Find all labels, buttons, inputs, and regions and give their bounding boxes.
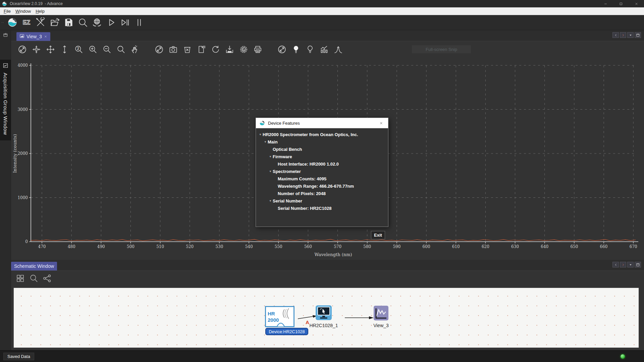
tree-row-label: Firmware [273, 154, 292, 159]
tab-view-3-label: View_3 [26, 34, 42, 39]
tree-row[interactable]: Host Interface: HR2000 1.02.0 [256, 160, 388, 168]
chevron-down-button[interactable] [627, 262, 634, 267]
zoom-in-button[interactable] [87, 44, 98, 55]
play-pause-button[interactable] [119, 16, 131, 29]
acquisition-group-window-tab[interactable]: Acquisition Group Window [0, 60, 11, 140]
acquisition-node-label: HR2C1028_1 [302, 323, 345, 328]
import-data-icon [225, 45, 234, 54]
device-badge[interactable]: Device:HR2C1028 [265, 328, 308, 335]
vertical-scale-button[interactable] [59, 44, 70, 55]
window-maximize-button[interactable] [613, 0, 629, 7]
dock-button[interactable] [2, 32, 9, 38]
chevron-right-button[interactable] [620, 32, 626, 38]
device-features-tree: ▼HR2000 Spectrometer from Ocean Optics, … [256, 128, 388, 227]
scale-axes-button[interactable] [276, 44, 287, 55]
chart-toolbar-group [153, 44, 263, 55]
tree-row[interactable]: ▼Firmware [256, 153, 388, 160]
ez-mode-button[interactable]: EZ [20, 16, 33, 29]
search-device-button[interactable] [76, 16, 89, 29]
settings-gear-button[interactable] [238, 44, 249, 55]
view-node[interactable] [374, 306, 388, 320]
peak-arrow-button[interactable] [332, 44, 344, 55]
import-data-button[interactable] [224, 44, 235, 55]
toolbar-drag-handle[interactable]: .. [1, 19, 4, 23]
spectrometer-node[interactable]: HR2000 [265, 306, 294, 327]
acq-group-icon [3, 63, 8, 68]
copy-pixels-button[interactable] [196, 44, 207, 55]
exit-button[interactable]: Exit [371, 231, 385, 239]
lamp-off-button[interactable] [304, 44, 316, 55]
dialog-close-button[interactable] [377, 119, 385, 127]
tree-row[interactable]: Number of Pixels: 2048 [256, 190, 388, 197]
scale-axes-button[interactable] [16, 44, 28, 55]
tab-schematic-window[interactable]: Schematic Window [11, 262, 57, 270]
tab-close-icon[interactable] [44, 34, 47, 39]
zoom-out-button[interactable] [101, 44, 112, 55]
acquisition-node-icon [316, 305, 332, 321]
scale-axes-button[interactable] [153, 44, 165, 55]
tools-button[interactable] [34, 16, 47, 29]
tab-view-3[interactable]: View_3 [16, 32, 50, 41]
lamp-on-icon [291, 45, 301, 54]
tree-expander-icon[interactable]: ▼ [268, 155, 273, 158]
tools-icon [36, 17, 46, 27]
tree-row[interactable]: Optical Bench [256, 145, 388, 153]
tree-row[interactable]: ▼Serial Number [256, 197, 388, 204]
tree-row[interactable]: Serial Number: HR2C1028 [256, 204, 388, 212]
hand-pan-button[interactable] [129, 44, 141, 55]
save-spectra-button[interactable] [62, 16, 75, 29]
menu-help[interactable]: Help [33, 8, 47, 14]
dock-icon [3, 33, 8, 38]
maximize-button[interactable] [635, 262, 641, 267]
tree-expander-icon[interactable]: ▼ [258, 133, 263, 136]
close-icon [379, 121, 383, 125]
grid-view-button[interactable] [14, 273, 26, 284]
chart-bars-button[interactable] [318, 44, 330, 55]
menu-window[interactable]: Window [13, 8, 33, 14]
tree-row[interactable]: Maximum Counts: 4095 [256, 175, 388, 182]
chevron-left-button[interactable] [612, 32, 619, 38]
zoom-select-button[interactable] [115, 44, 126, 55]
svg-text:590: 590 [393, 244, 400, 249]
network-device-button[interactable] [91, 16, 103, 29]
tree-expander-icon[interactable]: ▼ [263, 140, 268, 143]
oceanview-logo-button[interactable] [6, 16, 19, 29]
svg-text:510: 510 [156, 244, 164, 249]
zoom-select-button[interactable] [28, 273, 39, 284]
play-button[interactable] [105, 16, 117, 29]
print-button[interactable] [252, 44, 263, 55]
refresh-button[interactable] [210, 44, 221, 55]
svg-text:550: 550 [275, 244, 282, 249]
tree-expander-icon[interactable]: ▼ [268, 170, 273, 173]
chevron-right-button[interactable] [620, 262, 626, 267]
tree-row-label: HR2000 Spectrometer from Ocean Optics, I… [263, 132, 358, 137]
zoom-select-icon [116, 45, 125, 54]
lamp-on-button[interactable] [290, 44, 302, 55]
maximize-button[interactable] [635, 32, 641, 38]
schematic-canvas[interactable]: HR2000 Device:HR2C1028 A HR2C1028_1 View… [13, 288, 639, 348]
center-data-button[interactable] [31, 44, 42, 55]
pause-button[interactable] [133, 16, 146, 29]
window-title: OceanView 2.0.19 - Advance [10, 1, 63, 6]
menu-file[interactable]: File [1, 8, 13, 14]
acquisition-node[interactable] [316, 305, 332, 321]
delete-data-button[interactable] [181, 44, 193, 55]
tree-row[interactable]: ▼HR2000 Spectrometer from Ocean Optics, … [256, 131, 388, 138]
tree-row[interactable]: ▼Spectrometer [256, 168, 388, 175]
tree-row-label: Serial Number: HR2C1028 [278, 206, 331, 211]
view-panel-nav-buttons [612, 32, 641, 38]
pan-button[interactable] [45, 44, 56, 55]
tree-row[interactable]: Wavelength Range: 466.26-670.77nm [256, 182, 388, 190]
export-processed-button[interactable] [48, 16, 61, 29]
chevron-left-button[interactable] [612, 262, 619, 267]
zoom-region-button[interactable]: 2 [73, 44, 84, 55]
tree-row[interactable]: ▼Main [256, 138, 388, 145]
minimize-button[interactable] [598, 0, 613, 7]
chevron-down-button[interactable] [627, 32, 634, 38]
dialog-titlebar[interactable]: Device Features [256, 118, 388, 128]
tree-expander-icon[interactable]: ▼ [268, 199, 273, 202]
connections-button[interactable] [41, 273, 53, 284]
y-axis-label: Intensity (counts) [12, 134, 17, 173]
camera-snapshot-button[interactable] [167, 44, 179, 55]
close-button[interactable] [629, 0, 644, 7]
